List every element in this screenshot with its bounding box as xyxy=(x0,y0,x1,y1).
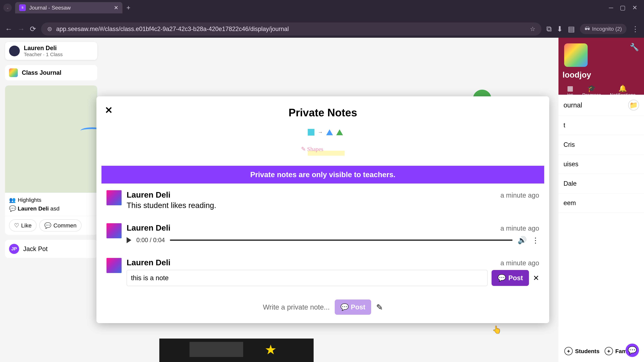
footer-post-button[interactable]: 💬 Post xyxy=(335,300,371,315)
more-icon[interactable]: ⋮ xyxy=(532,236,539,245)
cursor: 👆 xyxy=(492,325,502,334)
student-name: Jack Pot xyxy=(23,245,48,253)
volume-icon[interactable]: 🔊 xyxy=(518,236,527,245)
student-avatar: JP xyxy=(9,244,19,254)
class-avatar xyxy=(564,43,588,67)
progress-icon: 🎓 xyxy=(582,84,601,92)
bell-icon: 🔔 xyxy=(610,84,636,92)
page-content: Lauren Deli Teacher · 1 Class Class Jour… xyxy=(0,38,644,362)
student-item[interactable]: Dale xyxy=(558,174,644,193)
audio-scrubber[interactable] xyxy=(170,240,512,241)
highlights-label[interactable]: 👥 Highlights xyxy=(9,197,93,203)
note-avatar xyxy=(106,258,122,273)
reader-icon[interactable]: ▤ xyxy=(568,25,575,33)
post-thumbnail: → ✎ Shapes xyxy=(96,124,549,166)
browser-tab-strip: ⌄ S Journal - Seesaw ✕ + ─ ▢ ✕ xyxy=(0,0,644,20)
close-icon[interactable]: ✕ xyxy=(114,4,118,11)
people-icon: 👥 xyxy=(9,197,16,203)
note-item: Lauren Deli a minute ago 0:00 / 0:04 🔊 ⋮ xyxy=(96,217,549,251)
private-notes-modal: ✕ Private Notes → ✎ Shapes Private notes… xyxy=(96,96,549,323)
extensions-icon[interactable]: ⧉ xyxy=(546,25,552,33)
note-item: Lauren Deli a minute ago This student li… xyxy=(96,184,549,217)
close-window-icon[interactable]: ✕ xyxy=(632,4,637,11)
comment-button[interactable]: 💬 Commen xyxy=(39,219,82,231)
close-icon[interactable]: ✕ xyxy=(105,105,113,116)
wrench-icon[interactable]: 🔧 xyxy=(630,43,639,51)
incognito-badge[interactable]: 🕶 Incognito (2) xyxy=(580,24,626,34)
comment-icon: 💬 xyxy=(44,222,51,229)
browser-tab[interactable]: S Journal - Seesaw ✕ xyxy=(15,2,122,13)
note-author: Lauren Deli xyxy=(126,258,170,267)
note-text: This student likes reading. xyxy=(126,201,539,210)
tab-search-dropdown[interactable]: ⌄ xyxy=(3,3,12,12)
plus-icon: + xyxy=(564,347,573,355)
folder-button[interactable]: 📁 xyxy=(628,100,639,110)
star-icon: ★ xyxy=(265,342,277,358)
heart-icon: ♡ xyxy=(14,222,19,229)
play-icon[interactable] xyxy=(126,237,131,243)
class-journal-chip[interactable]: Class Journal xyxy=(5,65,97,80)
chat-icon: 💬 xyxy=(340,303,349,311)
teacher-name: Lauren Deli xyxy=(24,44,63,52)
modal-banner: Private notes are only visible to teache… xyxy=(102,166,544,184)
new-tab-button[interactable]: + xyxy=(126,4,130,11)
activities-icon: ▦ xyxy=(567,84,574,92)
reload-icon[interactable]: ⟳ xyxy=(30,25,36,33)
journal-section-header: ournal 📁 xyxy=(558,95,644,116)
downloads-icon[interactable]: ⬇ xyxy=(556,25,563,33)
student-item[interactable]: t xyxy=(558,116,644,135)
seesaw-favicon: S xyxy=(19,4,26,11)
student-item[interactable]: Cris xyxy=(558,135,644,155)
maximize-icon[interactable]: ▢ xyxy=(620,4,626,11)
audio-time: 0:00 / 0:04 xyxy=(136,237,165,244)
note-author: Lauren Deli xyxy=(126,223,170,232)
note-avatar xyxy=(106,190,122,205)
post-button[interactable]: 💬 Post xyxy=(492,270,529,286)
add-students-button[interactable]: + Students xyxy=(564,347,600,355)
student-list: t Cris uises Dale eem xyxy=(558,116,644,213)
address-bar[interactable]: ⊜ app.seesaw.me/#/class/class.e01bf4c2-9… xyxy=(41,22,541,35)
menu-icon[interactable]: ⋮ xyxy=(632,25,639,33)
cancel-icon[interactable]: ✕ xyxy=(533,274,539,282)
like-button[interactable]: ♡ Like xyxy=(9,219,36,231)
new-note-placeholder[interactable]: Write a private note... xyxy=(263,303,330,311)
chat-icon: 💬 xyxy=(498,274,506,282)
note-item-editing: Lauren Deli a minute ago 💬 Post ✕ xyxy=(96,251,549,293)
tab-title: Journal - Seesaw xyxy=(29,5,110,11)
journal-post: 👥 Highlights 💬 Lauren Deli asd ♡ Like 💬 … xyxy=(5,85,97,235)
tab-notifications[interactable]: 🔔 Notifications xyxy=(610,84,636,98)
note-author: Lauren Deli xyxy=(126,190,170,199)
post-canvas[interactable] xyxy=(5,85,97,193)
square-shape xyxy=(308,129,314,136)
student-item[interactable]: eem xyxy=(558,193,644,213)
triangle-shape xyxy=(336,129,343,135)
help-chat-button[interactable]: 💬 xyxy=(626,344,639,357)
note-timestamp: a minute ago xyxy=(500,259,539,267)
note-avatar xyxy=(106,223,122,238)
teacher-profile-chip[interactable]: Lauren Deli Teacher · 1 Class xyxy=(5,42,97,60)
drawing-stroke xyxy=(80,127,97,134)
incognito-icon: 🕶 xyxy=(585,26,590,32)
minimize-icon[interactable]: ─ xyxy=(609,4,613,11)
back-icon[interactable]: ← xyxy=(5,25,12,33)
class-name: loodjoy xyxy=(562,70,640,79)
student-item[interactable]: uises xyxy=(558,155,644,174)
window-controls: ─ ▢ ✕ xyxy=(609,4,644,11)
post-row[interactable]: JP Jack Pot xyxy=(5,240,97,258)
site-info-icon[interactable]: ⊜ xyxy=(47,25,52,32)
note-edit-input[interactable] xyxy=(126,270,488,286)
note-timestamp: a minute ago xyxy=(500,225,539,232)
post-author-row: 💬 Lauren Deli asd xyxy=(9,205,93,212)
thumbnail-text: ✎ Shapes xyxy=(301,146,323,152)
class-icon xyxy=(9,68,18,77)
plus-icon: + xyxy=(604,347,613,355)
chevron-down-icon: ⌄ xyxy=(6,6,9,9)
forward-icon: → xyxy=(18,25,25,33)
tab-activities[interactable]: ▦ ies xyxy=(567,84,574,98)
star-icon[interactable]: ☆ xyxy=(530,25,535,32)
microphone-icon[interactable]: ✎ xyxy=(376,303,383,312)
tab-progress[interactable]: 🎓 Progress xyxy=(582,84,601,98)
triangle-shape xyxy=(326,129,333,135)
chat-icon: 💬 xyxy=(628,346,637,355)
teacher-avatar xyxy=(9,45,20,56)
